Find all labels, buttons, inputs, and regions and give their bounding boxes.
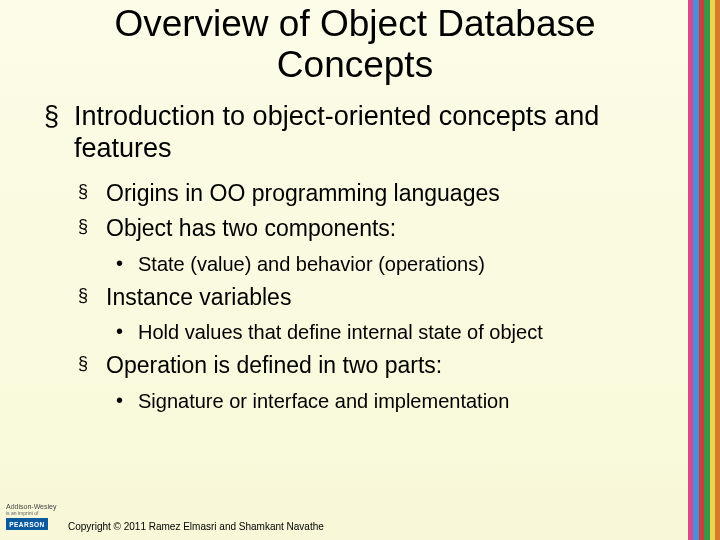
sub-bullet: Instance variables Hold values that defi… (78, 283, 648, 346)
sub-bullet-text: Operation is defined in two parts: (106, 352, 442, 378)
sub-sub-bullet: Hold values that define internal state o… (116, 319, 648, 345)
copyright-text: Copyright © 2011 Ramez Elmasri and Shamk… (68, 521, 324, 532)
slide-content: Overview of Object Database Concepts Int… (0, 0, 688, 500)
sub-bullet-text: Instance variables (106, 284, 291, 310)
pearson-badge: PEARSON (6, 518, 48, 530)
sub-sub-bullet-text: State (value) and behavior (operations) (138, 253, 485, 275)
sub-sub-bullet: State (value) and behavior (operations) (116, 251, 648, 277)
main-bullet-text: Introduction to object-oriented concepts… (74, 101, 599, 163)
sub-bullet: Object has two components: State (value)… (78, 214, 648, 277)
slide-footer: Addison-Wesley is an imprint of PEARSON … (0, 502, 688, 540)
publisher-name: Addison-Wesley (6, 503, 60, 510)
decorative-sidebar (688, 0, 720, 540)
sub-bullet: Origins in OO programming languages (78, 179, 648, 208)
sub-bullet: Operation is defined in two parts: Signa… (78, 351, 648, 414)
publisher-tagline: is an imprint of (6, 511, 60, 516)
sub-sub-bullet: Signature or interface and implementatio… (116, 388, 648, 414)
main-bullet: Introduction to object-oriented concepts… (44, 101, 648, 414)
slide-title: Overview of Object Database Concepts (50, 4, 660, 85)
sub-sub-bullet-text: Signature or interface and implementatio… (138, 390, 509, 412)
sub-bullet-text: Origins in OO programming languages (106, 180, 500, 206)
publisher-logo: Addison-Wesley is an imprint of PEARSON (6, 503, 60, 530)
sub-sub-bullet-text: Hold values that define internal state o… (138, 321, 543, 343)
sub-bullet-text: Object has two components: (106, 215, 396, 241)
